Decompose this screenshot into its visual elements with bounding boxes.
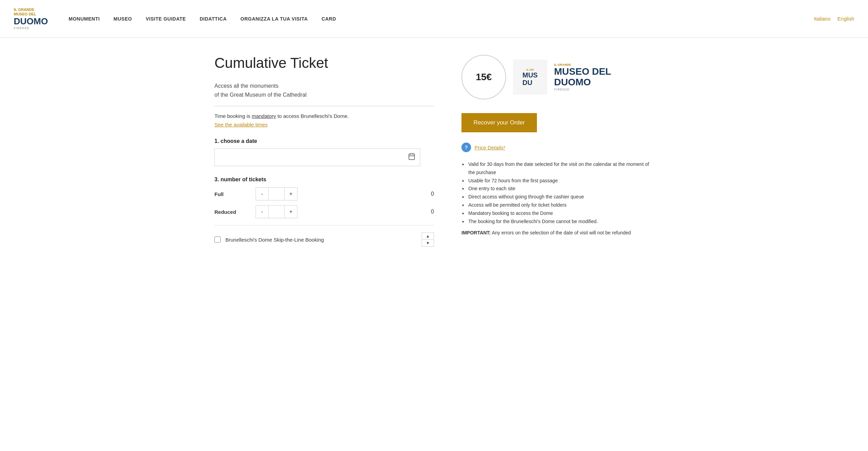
- logo-title: DUOMO: [14, 16, 51, 26]
- full-increment-button[interactable]: +: [285, 188, 297, 200]
- lang-italiano[interactable]: Italiano: [814, 16, 830, 22]
- price-details-link[interactable]: Price Details*: [474, 145, 505, 150]
- available-times-link[interactable]: See the available times: [214, 122, 268, 127]
- left-column: Cumulative Ticket Access all the monumen…: [214, 55, 434, 247]
- logo-preview-large: IL GRANDE MUSEO DEL DUOMO FIRENZE: [551, 60, 619, 95]
- brunelleschi-label: Brunelleschi's Dome Skip-the-Line Bookin…: [225, 237, 417, 243]
- price-circle: 15€: [461, 55, 506, 99]
- divider-1: [214, 106, 434, 106]
- benefit-item: One entry to each site: [461, 185, 654, 193]
- recover-order-button[interactable]: Recover your Order: [461, 113, 537, 132]
- reduced-stepper: - 0 +: [256, 205, 297, 218]
- reduced-ticket-row: Reduced - 0 + 0: [214, 205, 434, 218]
- benefit-item: Usable for 72 hours from the first passa…: [461, 177, 654, 185]
- benefit-item: Direct access without going through the …: [461, 193, 654, 201]
- date-section-label: 1. choose a date: [214, 138, 434, 144]
- site-logo: IL GRANDE MUSEO DEL DUOMO FIRENZE: [14, 8, 51, 30]
- access-description: Access all the monuments of the Great Mu…: [214, 82, 434, 99]
- date-input-wrapper: [214, 148, 420, 166]
- full-ticket-row: Full - 0 + 0: [214, 187, 434, 200]
- benefit-item: Access will be permitted only for ticket…: [461, 201, 654, 209]
- brunelleschi-row: Brunelleschi's Dome Skip-the-Line Bookin…: [214, 225, 434, 247]
- logo-preview-small: IL GR MUSDU: [513, 60, 547, 95]
- nav-organizza[interactable]: ORGANIZZA LA TUA VISITA: [241, 16, 308, 22]
- full-ticket-total: 0: [424, 191, 434, 197]
- full-ticket-label: Full: [214, 191, 249, 197]
- important-text: Any errors on the selection of the date …: [492, 230, 631, 235]
- page-title: Cumulative Ticket: [214, 55, 434, 71]
- benefit-item: Valid for 30 days from the date selected…: [461, 160, 654, 177]
- right-column: 15€ IL GR MUSDU IL GRANDE MUSEO DEL DUOM…: [461, 55, 654, 247]
- logo-preview: IL GR MUSDU IL GRANDE MUSEO DEL DUOMO FI…: [513, 60, 619, 95]
- important-label: IMPORTANT:: [461, 230, 491, 235]
- logo-top-text: IL GRANDE: [14, 8, 51, 12]
- nav-didattica[interactable]: DIDATTICA: [200, 16, 227, 22]
- main-nav: MONUMENTI MUSEO VISITE GUIDATE DIDATTICA…: [69, 16, 814, 22]
- brunelleschi-checkbox[interactable]: [214, 236, 221, 243]
- benefits-list: Valid for 30 days from the date selected…: [461, 160, 654, 226]
- reduced-ticket-label: Reduced: [214, 209, 249, 215]
- price-details-icon: ?: [461, 143, 471, 152]
- site-header: IL GRANDE MUSEO DEL DUOMO FIRENZE MONUME…: [0, 0, 868, 38]
- reduced-increment-button[interactable]: +: [285, 206, 297, 218]
- important-note: IMPORTANT: Any errors on the selection o…: [461, 229, 654, 236]
- nav-museo[interactable]: MUSEO: [114, 16, 132, 22]
- logo-small-top: IL GR: [526, 68, 533, 71]
- benefit-item: Mandatory booking to access the Dome: [461, 209, 654, 218]
- logo-small-main: MUSDU: [523, 71, 538, 86]
- full-decrement-button[interactable]: -: [256, 188, 268, 200]
- ticket-visual: 15€ IL GR MUSDU IL GRANDE MUSEO DEL DUOM…: [461, 55, 654, 99]
- price-details-row: ? Price Details*: [461, 143, 654, 152]
- nav-card[interactable]: CARD: [321, 16, 336, 22]
- tickets-section-label: 3. number of tickets: [214, 176, 434, 183]
- nav-monumenti[interactable]: MONUMENTI: [69, 16, 100, 22]
- booking-note: Time booking is mandatory to access Brun…: [214, 113, 434, 119]
- mandatory-word: mandatory: [252, 113, 276, 119]
- main-content: Cumulative Ticket Access all the monumen…: [194, 38, 674, 264]
- full-stepper: - 0 +: [256, 187, 297, 200]
- brunelleschi-stepper: ▲ ▼: [422, 232, 434, 247]
- logo-large-main: MUSEO DEL DUOMO: [554, 66, 611, 88]
- brunelleschi-decrement-button[interactable]: ▼: [422, 240, 434, 246]
- language-switcher: Italiano English: [814, 16, 854, 22]
- brunelleschi-increment-button[interactable]: ▲: [422, 233, 434, 240]
- full-quantity-input[interactable]: 0: [268, 188, 285, 200]
- nav-visite-guidate[interactable]: VISITE GUIDATE: [146, 16, 186, 22]
- price-value: 15€: [476, 72, 492, 83]
- lang-english[interactable]: English: [837, 16, 854, 22]
- reduced-ticket-total: 0: [424, 209, 434, 215]
- reduced-quantity-input[interactable]: 0: [268, 206, 285, 218]
- date-input[interactable]: [214, 148, 420, 166]
- logo-large-city: FIRENZE: [554, 88, 570, 91]
- reduced-decrement-button[interactable]: -: [256, 206, 268, 218]
- logo-city: FIRENZE: [14, 26, 51, 30]
- benefit-item: The booking for the Brunelleschi's Dome …: [461, 218, 654, 226]
